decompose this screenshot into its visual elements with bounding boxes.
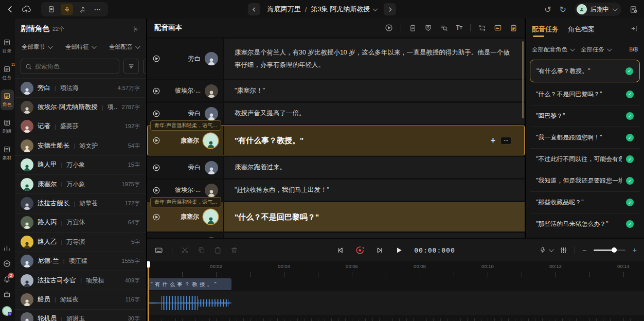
collapse-panel-icon[interactable] (630, 25, 638, 32)
script-scrollbar[interactable] (522, 41, 524, 118)
delete-icon[interactable] (230, 246, 238, 254)
record-mode-mic-icon[interactable] (61, 4, 73, 15)
line-play-icon[interactable] (152, 136, 160, 145)
zoom-slider-knob[interactable] (612, 247, 617, 253)
collapse-panel-icon[interactable] (132, 25, 140, 33)
filter-dropdown[interactable]: 全部配音 (109, 43, 139, 51)
task-filter-dropdown[interactable]: 全部任务 (581, 46, 611, 53)
character-row[interactable]: 法拉古舰长 | 游擎苍 172字 (14, 193, 146, 212)
line-play-icon[interactable] (152, 110, 160, 118)
line-note-icon[interactable]: ⋯ (500, 137, 511, 145)
task-board-icon[interactable] (510, 24, 517, 32)
audio-mixer-icon[interactable] (560, 246, 567, 254)
task-card[interactable]: "什么？不是回巴黎吗？" ✓ (530, 83, 640, 105)
text-style-icon[interactable]: TT (456, 24, 462, 31)
script-line-row[interactable]: 旁白 康塞尔跑着过来。 (147, 157, 525, 178)
script-doc-icon[interactable] (45, 4, 58, 15)
paragraph-flow-icon[interactable] (478, 24, 486, 32)
character-row[interactable]: 船员 | 游廷夜 116字 (14, 290, 146, 309)
zoom-out-button[interactable]: − (582, 246, 586, 254)
toolbox-icon[interactable] (3, 291, 11, 298)
script-line-row[interactable]: 旁白 康塞尔不解地问。 (147, 233, 525, 238)
task-card[interactable]: "有什么事？教授。" ✓ (530, 60, 640, 82)
prev-episode-button[interactable] (248, 3, 260, 15)
playhead[interactable] (148, 261, 149, 321)
line-text-cell[interactable]: 康塞尔是个荷兰人，有30 岁比教授小10 岁，这么多年以来，一直是教授的得力助手… (224, 39, 525, 79)
copy-icon[interactable] (198, 246, 205, 254)
user-avatar[interactable] (2, 306, 12, 316)
line-play-icon[interactable] (152, 55, 160, 63)
task-card[interactable]: "那些收藏品呢？" ✓ (530, 191, 640, 213)
script-line-row[interactable]: 青年·声音温和轻柔，语气... 康塞尔 (147, 202, 525, 231)
character-row[interactable]: 康塞尔 | 万小象 1975字 (14, 174, 146, 193)
filter-dropdown[interactable]: 全部特征 (65, 43, 95, 51)
subtitle-clip[interactable]: "有什么事？教授。" (148, 278, 231, 290)
cloud-upload-icon[interactable] (22, 5, 31, 14)
cut-icon[interactable] (181, 246, 189, 254)
undo-icon[interactable]: ↺ (544, 5, 551, 14)
character-row[interactable]: 安德生船长 | 游文护 54字 (14, 136, 146, 155)
character-row[interactable]: 记者 | 盛菱莎 192字 (14, 117, 146, 136)
character-row[interactable]: 路人甲 | 万小象 15字 (14, 155, 146, 174)
insert-line-icon[interactable]: + (491, 132, 495, 148)
task-card[interactable]: "我知道，但是我还是要跟您一块去。对了，您... ✓ (530, 170, 640, 191)
line-text-cell[interactable]: "赶快收拾东西，我们马上出发！" (224, 180, 525, 201)
task-card[interactable]: "那些活的马来猪怎么办？" ✓ (530, 213, 640, 235)
search-input[interactable] (35, 63, 115, 70)
rail-nav-item[interactable]: 剧组 (1, 116, 14, 137)
notifications-bell-icon[interactable]: 2 (3, 275, 11, 283)
rail-nav-item[interactable]: 目录 (1, 36, 14, 57)
paste-icon[interactable] (214, 246, 222, 254)
subtitle-card-icon[interactable] (494, 24, 502, 32)
music-off-icon[interactable] (76, 4, 88, 15)
line-play-icon[interactable] (152, 213, 160, 221)
script-line-row[interactable]: 青年·声音温和轻柔，语气... 康塞尔 (147, 126, 525, 155)
stats-icon[interactable] (3, 244, 11, 252)
record-button[interactable] (355, 245, 365, 255)
project-title[interactable]: 海底两万里 / 第3集 阿尤纳斯教授 (267, 5, 377, 14)
stage-status-dropdown[interactable]: 后期中 (575, 3, 621, 16)
line-text-cell[interactable]: "康塞尔！" (224, 80, 525, 101)
audio-waveform-clip[interactable] (148, 294, 231, 312)
task-card[interactable]: "我一直都是跟随您啊！" ✓ (530, 127, 640, 148)
dub-role-filter-dropdown[interactable]: 全部配音角色 (532, 46, 574, 53)
play-button[interactable] (395, 246, 403, 254)
character-row[interactable]: 旁白 | 项法海 4.57万字 (14, 78, 146, 97)
line-play-icon[interactable] (152, 164, 160, 172)
line-play-icon[interactable] (152, 186, 160, 194)
character-row[interactable]: 尼德·兰 | 项江猛 1555字 (14, 252, 146, 271)
tab-dubbing-tasks[interactable]: 配音任务 (532, 25, 559, 38)
line-play-icon[interactable] (152, 87, 160, 95)
script-line-row[interactable]: 旁白 康塞尔是个荷兰人，有30 岁比教授小10 岁，这么多年以来，一直是教授的得… (147, 39, 525, 79)
character-row[interactable]: 轮机员 | 游谢玉 30字 (14, 309, 146, 321)
character-row[interactable]: 路人乙 | 万导演 5字 (14, 232, 146, 251)
rail-nav-item[interactable]: 任务 11 (1, 63, 14, 83)
add-circle-icon[interactable] (3, 260, 11, 268)
next-episode-button[interactable] (384, 3, 396, 15)
task-card[interactable]: "不过此行不同以往，可能会有危险甚至会付出... ✓ (530, 148, 640, 170)
task-card[interactable]: "回巴黎？" ✓ (530, 105, 640, 127)
mic-device-dropdown[interactable] (539, 246, 552, 254)
redo-icon[interactable]: ↻ (560, 5, 566, 14)
character-badge-icon[interactable] (424, 24, 432, 32)
filter-dropdown[interactable]: 全部章节 (22, 43, 51, 51)
add-character-button[interactable] (143, 59, 147, 74)
line-text-cell[interactable]: 康塞尔不解地问。 (224, 233, 525, 238)
play-all-icon[interactable] (385, 24, 393, 32)
back-button[interactable] (6, 5, 14, 13)
script-notes-icon[interactable] (409, 24, 417, 32)
rail-nav-item[interactable]: 素材 (1, 143, 14, 164)
character-row[interactable]: 法拉古司令官 | 项景桓 409字 (14, 271, 146, 290)
skip-to-next-button[interactable] (376, 246, 384, 254)
tab-character-profile[interactable]: 角色档案 (568, 25, 595, 34)
line-text-cell[interactable]: 康塞尔跑着过来。 (224, 157, 525, 178)
character-row[interactable]: 路人丙 | 万宜休 64字 (14, 213, 146, 232)
keyboard-shortcuts-icon[interactable] (154, 246, 163, 255)
sort-filter-button[interactable] (123, 59, 139, 74)
zoom-in-button[interactable]: + (633, 246, 637, 254)
skip-to-start-button[interactable] (336, 246, 344, 254)
rail-nav-item[interactable]: 角色 (1, 90, 14, 110)
playhead-handle[interactable] (147, 261, 150, 268)
line-text-cell[interactable]: "什么？不是回巴黎吗？" (224, 202, 525, 231)
search-lines-icon[interactable] (440, 24, 448, 32)
